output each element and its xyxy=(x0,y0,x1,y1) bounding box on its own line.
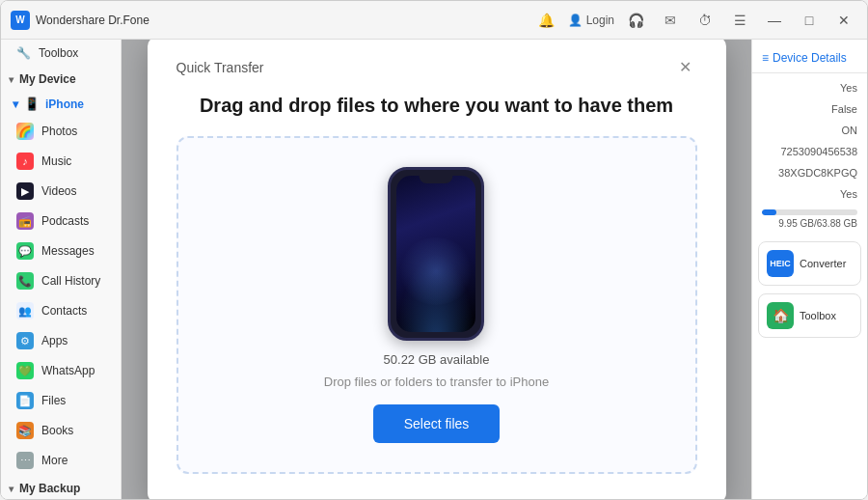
apps-label: Apps xyxy=(41,334,68,347)
more-label: More xyxy=(41,454,68,467)
drop-instruction: Drop files or folders to transfer to iPh… xyxy=(324,375,549,389)
storage-bar xyxy=(762,209,857,215)
right-panel: ≡ Device Details Yes False ON 7253090456… xyxy=(751,40,867,499)
dialog-title: Quick Transfer xyxy=(176,60,264,75)
iphone-device-icon: 📱 xyxy=(24,97,40,111)
sidebar-section-my-device[interactable]: ▾ My Device xyxy=(1,67,121,92)
whatsapp-label: WhatsApp xyxy=(41,364,95,377)
detail-row-3: 7253090456538 xyxy=(752,141,867,162)
maximize-button[interactable]: □ xyxy=(796,7,823,34)
sidebar: 🔧 Toolbox ▾ My Device ▾ 📱 iPhone 🌈 Photo… xyxy=(1,40,122,499)
music-icon: ♪ xyxy=(16,153,34,170)
detail-row-1: False xyxy=(752,98,867,120)
sidebar-item-music[interactable]: ♪ Music xyxy=(5,147,117,176)
app-title: Wondershare Dr.Fone xyxy=(36,14,149,27)
sidebar-item-call-history[interactable]: 📞 Call History xyxy=(5,266,117,295)
toolbox-label: Toolbox xyxy=(39,46,78,60)
storage-bar-fill xyxy=(762,209,776,215)
videos-label: Videos xyxy=(41,184,76,198)
toolbox-widget-icon: 🏠 xyxy=(767,302,794,329)
sidebar-item-apps[interactable]: ⚙ Apps xyxy=(5,326,117,355)
contacts-icon: 👥 xyxy=(16,302,34,319)
sidebar-item-whatsapp[interactable]: 💚 WhatsApp xyxy=(5,356,117,385)
mail-icon[interactable]: ✉ xyxy=(657,7,684,34)
my-device-label: My Device xyxy=(19,72,76,86)
books-label: Books xyxy=(41,424,73,437)
history-icon[interactable]: ⏱ xyxy=(692,7,719,34)
login-button[interactable]: 👤 Login xyxy=(568,14,614,27)
detail-row-4: 38XGDC8KPGQ xyxy=(752,162,867,183)
heic-converter-widget[interactable]: HEIC Converter xyxy=(758,241,861,286)
toolbox-icon: 🔧 xyxy=(16,46,31,60)
screen-design-2 xyxy=(397,237,475,305)
dialog-close-button[interactable]: ✕ xyxy=(674,56,697,79)
photos-label: Photos xyxy=(41,125,77,138)
sidebar-item-contacts[interactable]: 👥 Contacts xyxy=(5,296,117,325)
storage-info: 50.22 GB available xyxy=(384,352,490,367)
center-area: Quick Transfer ✕ Drag and drop files to … xyxy=(122,40,751,499)
chevron-down-icon-backup: ▾ xyxy=(9,484,14,494)
storage-bar-container: 9.95 GB/63.88 GB xyxy=(752,205,867,234)
phone-screen xyxy=(396,176,475,332)
notification-icon[interactable]: 🔔 xyxy=(533,7,560,34)
more-icon: ⋯ xyxy=(16,452,34,469)
call-history-icon: 📞 xyxy=(16,272,34,290)
close-button[interactable]: ✕ xyxy=(830,7,857,34)
detail-row-0: Yes xyxy=(752,77,867,98)
detail-row-2: ON xyxy=(752,120,867,141)
storage-text: 9.95 GB/63.88 GB xyxy=(762,218,857,229)
menu-icon[interactable]: ☰ xyxy=(726,7,753,34)
sidebar-item-messages[interactable]: 💬 Messages xyxy=(5,236,117,265)
books-icon: 📚 xyxy=(16,422,34,439)
select-files-button[interactable]: Select files xyxy=(373,404,501,443)
sidebar-item-more[interactable]: ⋯ More xyxy=(5,446,117,475)
main-content: 🔧 Toolbox ▾ My Device ▾ 📱 iPhone 🌈 Photo… xyxy=(1,40,867,499)
chevron-down-icon: ▾ xyxy=(9,74,14,85)
app-logo-icon: W xyxy=(11,11,30,30)
quick-transfer-dialog: Quick Transfer ✕ Drag and drop files to … xyxy=(148,40,726,499)
dialog-main-title: Drag and drop files to where you want to… xyxy=(176,95,697,117)
sidebar-section-my-backup[interactable]: ▾ My Backup xyxy=(1,476,121,499)
toolbox-widget[interactable]: 🏠 Toolbox xyxy=(758,293,861,338)
call-history-label: Call History xyxy=(41,274,100,288)
modal-overlay: Quick Transfer ✕ Drag and drop files to … xyxy=(122,40,751,499)
heic-icon: HEIC xyxy=(767,250,794,277)
contacts-label: Contacts xyxy=(41,304,87,318)
device-details-label: Device Details xyxy=(773,51,847,65)
messages-icon: 💬 xyxy=(16,242,34,260)
sidebar-item-toolbox[interactable]: 🔧 Toolbox xyxy=(5,41,117,66)
heic-converter-label: Converter xyxy=(800,258,846,269)
title-bar-logo: W Wondershare Dr.Fone xyxy=(11,11,533,30)
phone-mockup xyxy=(388,167,484,341)
iphone-label: iPhone xyxy=(45,97,84,111)
videos-icon: ▶ xyxy=(16,182,34,200)
apps-icon: ⚙ xyxy=(16,332,34,349)
title-bar-actions: 🔔 👤 Login 🎧 ✉ ⏱ ☰ — □ ✕ xyxy=(533,7,857,34)
detail-row-5: Yes xyxy=(752,183,867,205)
minimize-button[interactable]: — xyxy=(761,7,788,34)
sidebar-item-photos[interactable]: 🌈 Photos xyxy=(5,117,117,146)
my-backup-label: My Backup xyxy=(19,482,80,495)
drop-zone[interactable]: 50.22 GB available Drop files or folders… xyxy=(176,136,697,474)
files-icon: 📄 xyxy=(16,392,34,409)
device-details-icon: ≡ xyxy=(762,51,769,65)
photos-icon: 🌈 xyxy=(16,123,34,140)
sidebar-item-books[interactable]: 📚 Books xyxy=(5,416,117,445)
device-details-header: ≡ Device Details xyxy=(752,47,867,73)
dialog-header: Quick Transfer ✕ xyxy=(176,56,697,79)
podcasts-icon: 📻 xyxy=(16,212,34,230)
app-window: W Wondershare Dr.Fone 🔔 👤 Login 🎧 ✉ ⏱ ☰ … xyxy=(0,0,868,500)
chevron-down-icon-iphone: ▾ xyxy=(13,97,18,111)
sidebar-item-files[interactable]: 📄 Files xyxy=(5,386,117,415)
sidebar-item-podcasts[interactable]: 📻 Podcasts xyxy=(5,207,117,236)
files-label: Files xyxy=(41,394,66,407)
toolbox-widget-label: Toolbox xyxy=(800,310,836,321)
sidebar-item-iphone[interactable]: ▾ 📱 iPhone xyxy=(1,92,121,116)
phone-image-container: 50.22 GB available xyxy=(384,167,490,367)
podcasts-label: Podcasts xyxy=(41,214,89,228)
whatsapp-icon: 💚 xyxy=(16,362,34,379)
sidebar-item-videos[interactable]: ▶ Videos xyxy=(5,177,117,206)
music-label: Music xyxy=(41,154,71,168)
messages-label: Messages xyxy=(41,244,95,258)
headphones-icon[interactable]: 🎧 xyxy=(622,7,649,34)
